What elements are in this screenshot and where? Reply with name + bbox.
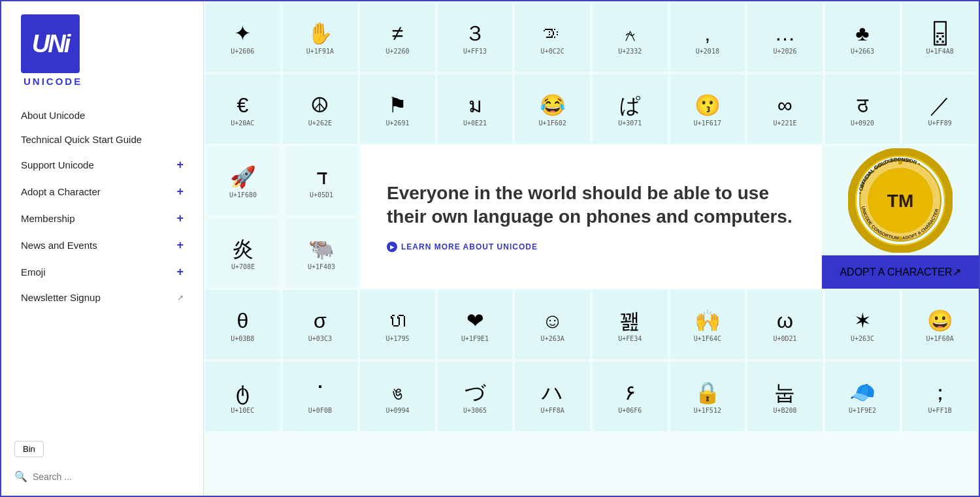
char-cell[interactable]: 🐃U+1F403 xyxy=(282,217,361,289)
char-cell[interactable]: σU+03C3 xyxy=(282,289,359,361)
learn-more-label: LEARN MORE ABOUT UNICODE xyxy=(401,242,538,251)
char-symbol: ３ xyxy=(465,23,485,44)
sidebar-item-3[interactable]: Adopt a Character+ xyxy=(1,178,203,205)
char-symbol: ठ xyxy=(857,95,868,116)
svg-text:TM: TM xyxy=(887,191,913,211)
play-icon: ▶ xyxy=(387,242,397,252)
char-code: U+2026 xyxy=(773,48,796,55)
char-cell[interactable]: ≠U+2260 xyxy=(359,1,436,73)
search-input[interactable] xyxy=(33,472,163,482)
char-cell[interactable]: ωU+0D21 xyxy=(746,289,824,361)
sponsor-panel: TM • OFFICIAL GOLD SPONSOR • · OFFICIAL … xyxy=(822,145,979,289)
char-cell[interactable]: €U+20AC xyxy=(204,73,282,145)
sidebar: UNi UNICODE About UnicodeTechnical Quick… xyxy=(1,1,204,496)
char-cell[interactable]: 🚀U+1F680 xyxy=(204,145,282,217)
char-cell[interactable]: 😀U+1F60A xyxy=(901,289,979,361)
char-symbol: づ xyxy=(465,382,486,403)
char-cell[interactable]: ✋U+1F91A xyxy=(282,1,359,73)
char-symbol: 🔒 xyxy=(694,382,721,403)
char-cell[interactable]: ぱU+3071 xyxy=(591,73,669,145)
char-code: U+3065 xyxy=(463,407,487,414)
char-cell[interactable]: ာU+0C2C xyxy=(514,1,591,73)
char-symbol: ာ xyxy=(547,23,558,44)
char-symbol: 🙌 xyxy=(694,310,721,331)
char-cell[interactable]: דU+05D1 xyxy=(282,145,361,217)
sidebar-item-7[interactable]: Newsletter Signup↗ xyxy=(1,285,203,310)
char-cell[interactable]: 🁨U+1F4A8 xyxy=(901,1,979,73)
char-symbol: ☺ xyxy=(542,310,563,331)
char-cell[interactable]: ∞U+221E xyxy=(746,73,824,145)
char-cell[interactable]: ტU+10EC xyxy=(204,361,282,432)
sidebar-item-2[interactable]: Support Unicode+ xyxy=(1,152,203,178)
char-cell[interactable]: ۶U+06F6 xyxy=(591,361,669,432)
char-cell[interactable]: 🧢U+1F9E2 xyxy=(824,361,902,432)
char-code: U+708E xyxy=(231,263,255,270)
char-symbol: ハ xyxy=(542,382,563,403)
char-cell[interactable]: ठU+0920 xyxy=(824,73,902,145)
char-code: U+FF1B xyxy=(928,407,952,414)
char-cell[interactable]: 炎U+708E xyxy=(204,217,282,289)
char-cell[interactable]: 😂U+1F602 xyxy=(514,73,591,145)
sidebar-plus-3: + xyxy=(176,185,184,199)
bin-button[interactable]: Bin xyxy=(14,441,44,457)
char-code: U+1F602 xyxy=(539,120,566,127)
char-cell[interactable]: 눕U+B208 xyxy=(746,361,824,432)
char-cell[interactable]: ་U+0F0B xyxy=(282,361,359,432)
char-code: U+B208 xyxy=(773,407,796,414)
char-code: U+0E21 xyxy=(463,120,487,127)
char-cell[interactable]: ❤U+1F9E1 xyxy=(436,289,514,361)
char-cell[interactable]: ঙU+0994 xyxy=(359,361,436,432)
char-symbol: ม xyxy=(468,95,482,116)
char-cell[interactable]: 꽲U+FE34 xyxy=(591,289,669,361)
sidebar-item-5[interactable]: News and Events+ xyxy=(1,232,203,259)
char-symbol: ∞ xyxy=(777,95,792,116)
sidebar-item-label-1: Technical Quick Start Guide xyxy=(21,134,142,145)
char-cell[interactable]: 😗U+1F617 xyxy=(669,73,747,145)
char-cell[interactable]: ⍲U+2332 xyxy=(591,1,669,73)
char-symbol: 🧢 xyxy=(849,382,875,403)
hero-text: Everyone in the world should be able to … xyxy=(387,182,796,229)
char-cell[interactable]: 🔒U+1F512 xyxy=(669,361,747,432)
svg-point-9 xyxy=(898,236,902,240)
char-code: U+2260 xyxy=(385,48,409,55)
char-code: U+262E xyxy=(308,120,332,127)
char-cell[interactable]: …U+2026 xyxy=(746,1,824,73)
char-row-2: €U+20AC☮U+262E⚑U+2691มU+0E21😂U+1F602ぱU+3… xyxy=(204,73,979,145)
char-row-5: ტU+10EC་U+0F0BঙU+0994づU+3065ハU+FF8A۶U+06… xyxy=(204,361,979,432)
char-cell[interactable]: ハU+FF8A xyxy=(514,361,591,432)
char-cell[interactable]: 🙌U+1F64C xyxy=(669,289,747,361)
char-symbol: ω xyxy=(777,310,793,331)
char-code: U+03C3 xyxy=(308,335,332,342)
sidebar-plus-4: + xyxy=(176,212,184,225)
char-cell[interactable]: ✶U+263C xyxy=(824,289,902,361)
char-cell[interactable]: ♣U+2663 xyxy=(824,1,902,73)
mid-char-row-2: 炎U+708E🐃U+1F403 xyxy=(204,217,361,289)
sidebar-item-0[interactable]: About Unicode xyxy=(1,103,203,127)
char-code: U+1F60A xyxy=(926,335,954,342)
char-cell[interactable]: ✦U+2606 xyxy=(204,1,282,73)
char-cell[interactable]: ３U+FF13 xyxy=(436,1,514,73)
char-cell[interactable]: ；U+FF1B xyxy=(901,361,979,432)
char-cell[interactable]: ‚U+2018 xyxy=(669,1,747,73)
sidebar-item-1[interactable]: Technical Quick Start Guide xyxy=(1,127,203,152)
adopt-button[interactable]: ADOPT A CHARACTER↗ xyxy=(822,255,979,289)
main-content: ✦U+2606✋U+1F91A≠U+2260３U+FF13ာU+0C2C⍲U+2… xyxy=(204,1,979,496)
char-cell[interactable]: มU+0E21 xyxy=(436,73,514,145)
char-cell[interactable]: ហU+1795 xyxy=(359,289,436,361)
sidebar-item-label-3: Adopt a Character xyxy=(21,186,101,197)
char-symbol: 🁨 xyxy=(932,23,949,44)
sidebar-plus-5: + xyxy=(176,238,184,252)
char-code: U+FF13 xyxy=(463,48,487,55)
unicode-logo[interactable]: UNi xyxy=(21,14,80,73)
learn-more-link[interactable]: ▶ LEARN MORE ABOUT UNICODE xyxy=(387,242,796,252)
char-cell[interactable]: ／U+FF89 xyxy=(901,73,979,145)
sidebar-item-6[interactable]: Emoji+ xyxy=(1,259,203,285)
char-code: U+1795 xyxy=(385,335,409,342)
char-cell[interactable]: づU+3065 xyxy=(436,361,514,432)
char-cell[interactable]: ⚑U+2691 xyxy=(359,73,436,145)
char-cell[interactable]: θU+03B8 xyxy=(204,289,282,361)
sidebar-item-4[interactable]: Membership+ xyxy=(1,205,203,232)
char-cell[interactable]: ☺U+263A xyxy=(514,289,591,361)
char-cell[interactable]: ☮U+262E xyxy=(282,73,359,145)
char-code: U+1F4A8 xyxy=(926,48,954,55)
